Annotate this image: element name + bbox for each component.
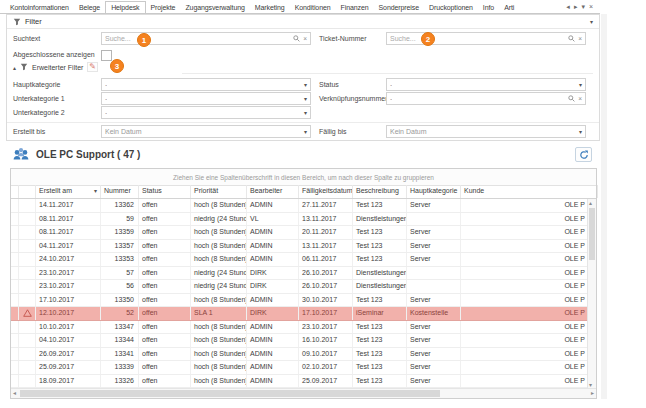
table-row[interactable]: 08.11.201759offenniedrig (24 Stunden)VL1… [11, 213, 596, 227]
refresh-button[interactable] [575, 147, 592, 162]
filter-panel: Filter ▾ Suchtext Suche... × Ticket-Numm… [6, 14, 600, 141]
cell-bearbeiter: DIRK [247, 307, 299, 320]
window-scrollbar[interactable] [601, 14, 607, 399]
cell-prioritaet: hoch (8 Stunden) [191, 253, 247, 266]
column-header-label: Status [142, 187, 162, 198]
chevron-down-icon[interactable]: ▾ [304, 128, 307, 135]
search-icon[interactable] [293, 35, 300, 42]
cell-nummer: 13359 [101, 226, 139, 239]
cell-status: offen [139, 280, 191, 293]
table-row[interactable]: 04.10.201713344offenhoch (8 Stunden)ADMI… [11, 334, 596, 348]
table-row[interactable]: 23.10.201756offenniedrig (24 Stunden)DIR… [11, 280, 596, 294]
table-row[interactable]: 18.09.201713326offenhoch (8 Stunden)ADMI… [11, 375, 596, 389]
hauptkategorie-dropdown[interactable]: - ▾ [101, 78, 311, 91]
table-row[interactable]: 04.11.201713357offenhoch (8 Stunden)ADMI… [11, 240, 596, 254]
row-icon-cell [19, 348, 36, 361]
tab-marketing[interactable]: Marketing [250, 2, 290, 13]
table-row[interactable]: 10.10.201713347offenhoch (8 Stunden)ADMI… [11, 321, 596, 335]
column-header-prioritaet[interactable]: Priorität [191, 185, 247, 198]
verknuepfungsnummer-input[interactable]: - × [386, 92, 586, 105]
horizontal-scroll-thumb[interactable] [20, 390, 440, 397]
column-header-beschreibung[interactable]: Beschreibung [353, 185, 407, 198]
abgeschlossene-checkbox[interactable] [101, 50, 112, 61]
tab-close-icon[interactable]: × [589, 3, 593, 11]
tab-konditionen[interactable]: Konditionen [290, 2, 336, 13]
search-icon[interactable] [568, 35, 575, 42]
chevron-down-icon[interactable]: ▾ [579, 81, 582, 88]
cell-prioritaet: niedrig (24 Stunden) [191, 267, 247, 280]
table-row[interactable]: 26.09.201713341offenhoch (8 Stunden)ADMI… [11, 348, 596, 362]
chevron-down-icon[interactable]: ▾ [304, 109, 307, 116]
cell-faelligkeitsdatum: 16.10.2017 [299, 334, 353, 347]
table-row[interactable]: 25.09.201713339offenhoch (8 Stunden)ADMI… [11, 361, 596, 375]
chevron-down-icon[interactable]: ▾ [579, 128, 582, 135]
group-by-drop-zone[interactable]: Ziehen Sie eine Spaltenüberschrift in di… [11, 169, 596, 186]
table-row[interactable]: 14.11.201713362offenhoch (8 Stunden)ADMI… [11, 199, 596, 213]
clear-icon[interactable]: × [578, 95, 582, 102]
ticket-nummer-input[interactable]: Suche... × [386, 32, 586, 45]
tab-scroll-left-icon[interactable]: ◂ [566, 3, 570, 11]
vertical-scrollbar[interactable]: ▴ ▾ [587, 199, 596, 388]
cell-status: offen [139, 294, 191, 307]
clear-icon[interactable]: × [303, 35, 307, 42]
search-icon[interactable] [568, 95, 575, 102]
tab-scroll-right-icon[interactable]: ▸ [574, 3, 578, 11]
suchtext-input[interactable]: Suche... × [101, 32, 311, 45]
cell-status: offen [139, 226, 191, 239]
column-header-erstellt_am[interactable]: Erstellt am▾ [36, 185, 101, 198]
table-row[interactable]: 24.10.201713353offenhoch (8 Stunden)ADMI… [11, 253, 596, 267]
vertical-scroll-thumb[interactable] [589, 208, 595, 260]
cell-bearbeiter: ADMIN [247, 253, 299, 266]
tab-info[interactable]: Info [478, 2, 499, 13]
tab-zugangsverwaltung[interactable]: Zugangsverwaltung [180, 2, 249, 13]
filter-panel-header[interactable]: Filter ▾ [7, 15, 599, 29]
tab-kontoinformationen[interactable]: Kontoinformationen [5, 2, 74, 13]
scroll-down-icon[interactable]: ▾ [589, 381, 592, 388]
cell-status: offen [139, 253, 191, 266]
erstellt-bis-datepicker[interactable]: Kein Datum ▾ [101, 125, 311, 138]
column-header-kunde[interactable]: Kunde [461, 185, 598, 198]
unterkategorie1-dropdown[interactable]: - ▾ [101, 92, 311, 105]
row-icon-cell [19, 199, 36, 212]
table-row[interactable]: 23.10.201757offenniedrig (24 Stunden)DIR… [11, 267, 596, 281]
column-header-faelligkeitsdatum[interactable]: Fälligkeitsdatum [299, 185, 353, 198]
erstellt-bis-value: Kein Datum [105, 128, 142, 135]
tab-belege[interactable]: Belege [74, 2, 105, 13]
tab-sonderpreise[interactable]: Sonderpreise [374, 2, 424, 13]
chevron-down-icon[interactable]: ▾ [304, 95, 307, 102]
table-row[interactable]: 08.11.201713359offenhoch (8 Stunden)ADMI… [11, 226, 596, 240]
tab-druckoptionen[interactable]: Druckoptionen [424, 2, 478, 13]
horizontal-scrollbar[interactable]: ◂ ▸ [11, 388, 596, 398]
column-header-nummer[interactable]: Nummer [101, 185, 139, 198]
row-icon-cell [19, 280, 36, 293]
cell-status: offen [139, 307, 191, 320]
faellig-bis-datepicker[interactable]: Kein Datum ▾ [386, 125, 586, 138]
cell-bearbeiter: ADMIN [247, 361, 299, 374]
table-row[interactable]: 12.10.201752offenSLA 1DIRK17.10.2017iSem… [11, 307, 596, 321]
row-indicator [11, 280, 19, 293]
cell-prioritaet: hoch (8 Stunden) [191, 199, 247, 212]
table-row[interactable]: 17.10.201713350offenhoch (8 Stunden)ADMI… [11, 294, 596, 308]
collapse-filter-icon[interactable]: ▾ [590, 18, 593, 25]
column-header-status[interactable]: Status [139, 185, 191, 198]
chevron-down-icon[interactable]: ▾ [304, 81, 307, 88]
status-dropdown[interactable]: - ▾ [386, 78, 586, 91]
unterkategorie2-dropdown[interactable]: - ▾ [101, 106, 311, 119]
section-title: OLE PC Support ( 47 ) [36, 149, 140, 160]
column-header-bearbeiter[interactable]: Bearbeiter [247, 185, 299, 198]
tab-finanzen[interactable]: Finanzen [336, 2, 374, 13]
faellig-bis-value: Kein Datum [390, 128, 427, 135]
tab-list-icon[interactable]: ▾ [581, 3, 585, 11]
tab-arti[interactable]: Arti [499, 2, 519, 13]
scroll-up-icon[interactable]: ▴ [589, 199, 592, 206]
column-header-hauptkategorie[interactable]: Hauptkategorie [407, 185, 461, 198]
tab-projekte[interactable]: Projekte [146, 2, 181, 13]
collapse-advanced-icon[interactable]: ▴ [13, 64, 16, 71]
tab-helpdesk[interactable]: Helpdesk [105, 1, 145, 13]
cell-erstellt_am: 08.11.2017 [36, 213, 101, 226]
clear-icon[interactable]: × [578, 35, 582, 42]
edit-filter-icon[interactable]: ✎ [87, 62, 98, 72]
scroll-right-icon[interactable]: ▸ [591, 389, 594, 396]
scroll-left-icon[interactable]: ◂ [13, 389, 16, 396]
row-icon-cell [19, 375, 36, 388]
